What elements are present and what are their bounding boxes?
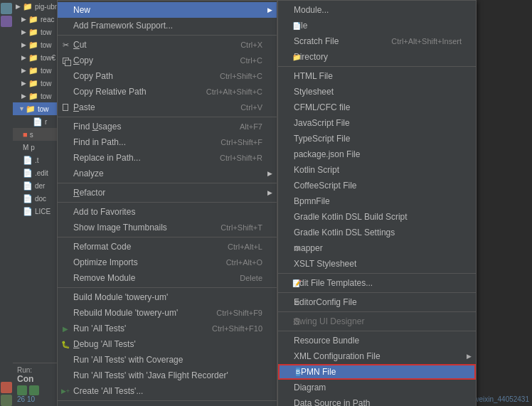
ctx-item-find-usages[interactable]: Find Usages Alt+F7 [58, 119, 277, 134]
paste-icon [60, 102, 70, 112]
js-icon [281, 118, 311, 128]
swing-icon: 🖼 [281, 316, 311, 326]
sub-item-ts[interactable]: TypeScript File [278, 131, 476, 146]
sub-item-html[interactable]: HTML File [278, 68, 476, 84]
ctx-item-paste[interactable]: Paste Ctrl+V [58, 100, 277, 115]
sub-item-pkg[interactable]: package.json File [278, 146, 476, 162]
sidebar-icon-4 [1, 395, 12, 406]
edit-templates-icon: 📝 [281, 278, 311, 288]
ctx-coverage-label: Run 'All Tests' with Coverage [73, 355, 183, 365]
sidebar-icon-3 [1, 382, 12, 393]
sub-item-gradle-build[interactable]: Gradle Kotlin DSL Build Script [278, 209, 476, 225]
ctx-item-replace-in-path[interactable]: Replace in Path... Ctrl+Shift+R [58, 150, 277, 166]
ctx-item-run-coverage[interactable]: Run 'All Tests' with Coverage [58, 352, 277, 368]
ctx-remove-module-label: Remove Module [73, 273, 135, 283]
ctx-find-usages-shortcut: Alt+F7 [225, 122, 262, 131]
kotlin-icon [281, 165, 311, 175]
ctx-item-create-tests[interactable]: ▶+ Create 'All Tests'... [58, 383, 277, 399]
sub-item-module[interactable]: Module... [278, 2, 476, 18]
sub-item-coffee[interactable]: CoffeeScript File [278, 178, 476, 193]
ctx-item-find-in-path[interactable]: Find in Path... Ctrl+Shift+F [58, 134, 277, 150]
sub-item-xml-config[interactable]: XML Configuration File [278, 348, 476, 364]
ctx-item-refactor[interactable]: Refactor [58, 185, 277, 201]
sub-item-js[interactable]: JavaScript File [278, 115, 476, 131]
ctx-item-add-favorites[interactable]: Add to Favorites [58, 204, 277, 220]
run-play-btn[interactable] [17, 385, 27, 395]
dir-icon: 📁 [281, 52, 311, 62]
scissors-icon: ✂ [60, 40, 70, 50]
ctx-run-tests-shortcut: Ctrl+Shift+F10 [198, 324, 262, 333]
mapper-icon: ⚙ [281, 243, 311, 253]
run-tests-icon: ▶ [60, 324, 70, 333]
ctx-paste-shortcut: Ctrl+V [226, 103, 262, 112]
sub-item-diagram[interactable]: Diagram [278, 380, 476, 395]
cfml-icon [281, 102, 311, 112]
sub-item-resource-bundle[interactable]: Resource Bundle [278, 333, 476, 348]
gradle-settings-icon [281, 228, 311, 237]
ctx-sep-1 [58, 35, 277, 36]
ctx-copy-path-shortcut: Ctrl+Shift+C [206, 72, 262, 80]
xslt-icon [281, 259, 311, 269]
ctx-show-thumbnails-label: Show Image Thumbnails [73, 223, 167, 233]
sub-item-kotlin[interactable]: Kotlin Script [278, 162, 476, 178]
ctx-item-copy-rel-path[interactable]: Copy Relative Path Ctrl+Alt+Shift+C [58, 84, 277, 100]
ctx-copy-rel-path-shortcut: Ctrl+Alt+Shift+C [192, 87, 262, 96]
ctx-item-new[interactable]: New [58, 2, 277, 18]
sub-item-bpmnfile[interactable]: BpmnFile [278, 193, 476, 209]
ctx-cut-shortcut: Ctrl+X [226, 41, 262, 49]
ctx-item-add-framework[interactable]: Add Framework Support... [58, 18, 277, 33]
ctx-add-framework-label: Add Framework Support... [73, 21, 173, 31]
gradle-build-icon [281, 212, 311, 222]
ctx-find-usages-label: Find Usages [73, 122, 121, 132]
ctx-reformat-label: Reformat Code [73, 242, 131, 252]
sub-item-stylesheet[interactable]: Stylesheet [278, 84, 476, 100]
datasource-icon [281, 398, 311, 406]
sub-sep-5 [278, 331, 476, 331]
diagram-icon [281, 383, 311, 392]
sub-item-swing[interactable]: 🖼 Swing UI Designer [278, 314, 476, 329]
ctx-find-in-path-shortcut: Ctrl+Shift+F [206, 138, 262, 146]
ctx-item-rebuild[interactable]: Rebuild Module 'towery-um' Ctrl+Shift+F9 [58, 305, 277, 321]
ctx-analyze-label: Analyze [73, 169, 104, 178]
sub-item-xslt[interactable]: XSLT Stylesheet [278, 256, 476, 272]
sub-item-gradle-settings[interactable]: Gradle Kotlin DSL Settings [278, 225, 476, 240]
sub-item-file[interactable]: 📄 File [278, 18, 476, 33]
ctx-item-build[interactable]: Build Module 'towery-um' [58, 289, 277, 305]
ctx-sep-4 [58, 202, 277, 203]
css-icon [281, 87, 311, 97]
ctx-item-run-flight[interactable]: Run 'All Tests' with 'Java Flight Record… [58, 368, 277, 383]
ctx-item-run-tests[interactable]: ▶ Run 'All Tests' Ctrl+Shift+F10 [58, 321, 277, 336]
ctx-item-optimize[interactable]: Optimize Imports Ctrl+Alt+O [58, 255, 277, 270]
sub-item-mapper[interactable]: ⚙ mapper [278, 240, 476, 256]
sub-item-scratch[interactable]: Scratch File Ctrl+Alt+Shift+Insert [278, 33, 476, 49]
ctx-item-cut[interactable]: ✂ Cut Ctrl+X [58, 37, 277, 53]
scratch-icon [281, 36, 311, 46]
sub-item-datasource[interactable]: Data Source in Path [278, 395, 476, 406]
context-menu-main: New Add Framework Support... ✂ Cut Ctrl+… [57, 0, 277, 406]
replace-icon [60, 153, 70, 163]
bpmn2-icon: B [282, 367, 312, 377]
editorconfig-icon: ⚙ [281, 297, 311, 307]
sub-item-cfml[interactable]: CFML/CFC file [278, 100, 476, 115]
ctx-create-label: Create 'All Tests'... [73, 386, 143, 396]
sub-item-edit-templates[interactable]: 📝 Edit File Templates... [278, 275, 476, 291]
ctx-item-show-thumbnails[interactable]: Show Image Thumbnails Ctrl+Shift+T [58, 220, 277, 235]
coverage-icon [60, 355, 70, 365]
ctx-copy-shortcut: Ctrl+C [226, 56, 262, 65]
ctx-item-debug-tests[interactable]: 🐛 Debug 'All Tests' [58, 336, 277, 352]
submenu-new: Module... 📄 File Scratch File Ctrl+Alt+S… [277, 0, 477, 406]
find-usages-icon [60, 122, 70, 132]
sub-item-directory[interactable]: 📁 Directory [278, 49, 476, 65]
ctx-remove-shortcut: Delete [225, 274, 262, 282]
run-stop-btn[interactable] [29, 385, 39, 395]
sub-item-bpmn-file[interactable]: B BPMN File [278, 364, 476, 380]
ctx-item-show-explorer[interactable]: Show in Explorer [58, 402, 277, 406]
sub-item-editorconfig[interactable]: ⚙ EditorConfig File [278, 294, 476, 310]
ctx-item-reformat[interactable]: Reformat Code Ctrl+Alt+L [58, 239, 277, 255]
ctx-item-copy[interactable]: Copy Ctrl+C [58, 53, 277, 68]
ctx-refactor-label: Refactor [73, 188, 105, 198]
ctx-item-analyze[interactable]: Analyze [58, 166, 277, 181]
ctx-rebuild-label: Rebuild Module 'towery-um' [73, 308, 178, 318]
ctx-item-copy-path[interactable]: Copy Path Ctrl+Shift+C [58, 68, 277, 84]
ctx-item-remove-module[interactable]: Remove Module Delete [58, 270, 277, 286]
